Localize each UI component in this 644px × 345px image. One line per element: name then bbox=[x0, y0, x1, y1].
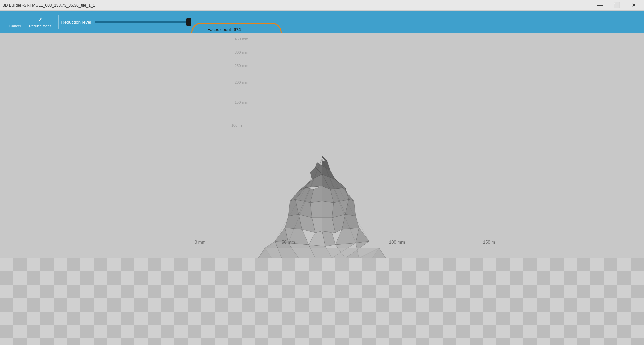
toolbar-divider bbox=[58, 15, 59, 29]
reduce-faces-label: Reduce faces bbox=[29, 24, 51, 28]
svg-marker-52 bbox=[265, 248, 379, 258]
reduction-level-label: Reduction level bbox=[61, 20, 91, 25]
minimize-button[interactable]: — bbox=[592, 0, 608, 11]
faces-count-label: Faces count bbox=[207, 27, 231, 32]
y-label-300: 300 mm bbox=[235, 50, 248, 54]
viewport: 450 mm 300 mm 250 mm 200 mm 150 mm 100 m bbox=[0, 33, 644, 345]
close-button[interactable]: ✕ bbox=[626, 0, 641, 11]
cancel-label: Cancel bbox=[9, 24, 21, 28]
window-title: 3D Builder -SRTMGL1_003_138.73_35.36_til… bbox=[3, 3, 95, 8]
floor-checker bbox=[0, 258, 644, 345]
floor-area bbox=[0, 258, 644, 345]
cancel-button[interactable]: ← Cancel bbox=[5, 11, 25, 33]
slider-fill bbox=[95, 21, 179, 23]
svg-marker-25 bbox=[322, 201, 334, 218]
y-label-200: 200 mm bbox=[235, 80, 248, 84]
y-label-150: 150 mm bbox=[235, 100, 248, 105]
faces-count-row: Faces count 974 bbox=[207, 27, 261, 32]
reduce-faces-button[interactable]: ✓ Reduce faces bbox=[25, 11, 55, 33]
x-label-0mm: 0 mm bbox=[195, 239, 206, 245]
reduction-slider-container bbox=[95, 21, 189, 23]
slider-track bbox=[95, 21, 189, 23]
toolbar: ← Cancel ✓ Reduce faces Reduction level … bbox=[0, 11, 644, 33]
x-label-50mm: 50 mm bbox=[282, 239, 295, 245]
title-bar: 3D Builder -SRTMGL1_003_138.73_35.36_til… bbox=[0, 0, 644, 11]
title-bar-controls: — ⬜ ✕ bbox=[592, 0, 641, 11]
maximize-button[interactable]: ⬜ bbox=[609, 0, 625, 11]
svg-marker-24 bbox=[310, 201, 322, 218]
check-icon: ✓ bbox=[38, 16, 43, 23]
slider-thumb[interactable] bbox=[186, 18, 191, 26]
mesh-model bbox=[255, 144, 389, 271]
y-label-100: 100 m bbox=[231, 123, 242, 127]
y-label-450: 450 mm bbox=[235, 37, 248, 41]
faces-count-value: 974 bbox=[234, 27, 241, 32]
x-label-150mm: 150 m bbox=[483, 239, 495, 245]
x-label-100mm: 100 mm bbox=[389, 239, 405, 245]
y-label-250: 250 mm bbox=[235, 64, 248, 68]
back-arrow-icon: ← bbox=[12, 16, 18, 23]
